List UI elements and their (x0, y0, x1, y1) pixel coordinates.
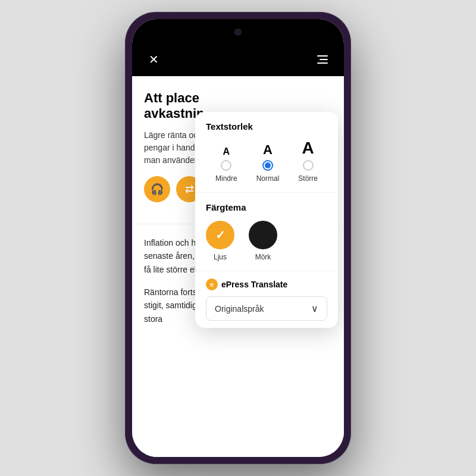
text-size-medium[interactable]: A Normal (256, 143, 280, 183)
theme-options: ✓ Ljus Mörk (206, 221, 327, 261)
content-area: Att place avkastnin Lägre ränta och hög … (132, 76, 344, 457)
phone-header: ✕ (132, 45, 344, 76)
phone-screen: ✕ Att place avkastnin Lägre ränta och hö… (132, 19, 344, 457)
small-radio[interactable] (221, 160, 231, 171)
dark-label: Mörk (255, 253, 271, 261)
text-size-options: A Mindre A Normal A Större (206, 140, 327, 183)
theme-dark[interactable]: Mörk (249, 221, 277, 261)
settings-button[interactable] (313, 50, 332, 69)
medium-label: Normal (256, 174, 280, 183)
color-theme-title: Färgtema (206, 202, 327, 212)
notch-pill (205, 24, 271, 40)
light-circle: ✓ (206, 221, 234, 249)
phone-frame: ✕ Att place avkastnin Lägre ränta och hö… (125, 12, 351, 464)
sliders-icon (317, 55, 328, 64)
translate-section: e ePress Translate Originalspråk ∨ (195, 271, 338, 328)
notch-bar (132, 19, 344, 45)
close-button[interactable]: ✕ (144, 50, 163, 69)
text-size-large[interactable]: A Större (298, 140, 318, 183)
camera-dot (234, 29, 242, 36)
close-icon: ✕ (149, 52, 159, 67)
light-checkmark: ✓ (215, 228, 226, 242)
small-label: Mindre (215, 174, 237, 183)
settings-popup: Textstorlek A Mindre A Normal (195, 112, 338, 328)
language-dropdown[interactable]: Originalspråk ∨ (206, 296, 327, 321)
color-theme-section: Färgtema ✓ Ljus Mörk (195, 192, 338, 271)
text-size-section: Textstorlek A Mindre A Normal (195, 112, 338, 192)
chevron-down-icon: ∨ (311, 303, 318, 314)
light-label: Ljus (214, 253, 227, 261)
dark-circle (249, 221, 277, 249)
text-size-title: Textstorlek (206, 121, 327, 131)
theme-light[interactable]: ✓ Ljus (206, 221, 234, 261)
translate-header: e ePress Translate (206, 278, 327, 290)
translate-title: ePress Translate (221, 280, 287, 289)
medium-radio[interactable] (262, 160, 273, 171)
epress-icon: e (206, 278, 218, 290)
small-letter: A (223, 147, 230, 156)
medium-letter: A (263, 143, 273, 156)
large-radio[interactable] (303, 160, 314, 171)
text-size-small[interactable]: A Mindre (215, 147, 237, 183)
large-letter: A (302, 140, 314, 156)
large-label: Större (298, 174, 318, 183)
language-value: Originalspråk (215, 304, 264, 314)
audio-button[interactable]: 🎧 (144, 176, 170, 202)
